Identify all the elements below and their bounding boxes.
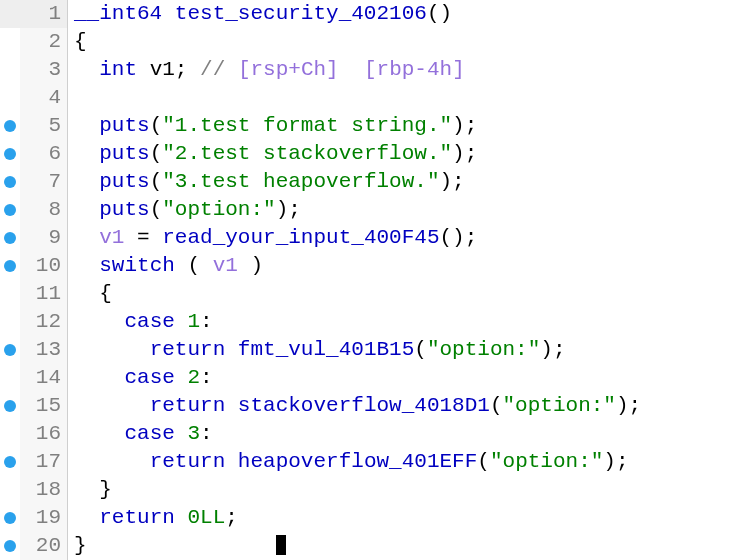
code-line: 4 [0, 84, 746, 112]
breakpoint-icon[interactable] [4, 512, 16, 524]
breakpoint-gutter[interactable] [0, 420, 20, 448]
code-text[interactable]: __int64 test_security_402106() [68, 0, 746, 28]
breakpoint-gutter[interactable] [0, 224, 20, 252]
code-line: 18 } [0, 476, 746, 504]
code-line: 20 } [0, 532, 746, 560]
line-number: 8 [20, 196, 68, 224]
breakpoint-icon[interactable] [4, 176, 16, 188]
code-text[interactable]: return stackoverflow_4018D1("option:"); [68, 392, 746, 420]
code-line: 15 return stackoverflow_4018D1("option:"… [0, 392, 746, 420]
code-line: 3 int v1; // [rsp+Ch] [rbp-4h] [0, 56, 746, 84]
line-number: 5 [20, 112, 68, 140]
code-line: 8 puts("option:"); [0, 196, 746, 224]
code-text[interactable]: case 2: [68, 364, 746, 392]
breakpoint-gutter[interactable] [0, 532, 20, 560]
breakpoint-gutter[interactable] [0, 280, 20, 308]
code-text[interactable]: int v1; // [rsp+Ch] [rbp-4h] [68, 56, 746, 84]
breakpoint-gutter[interactable] [0, 392, 20, 420]
line-number: 9 [20, 224, 68, 252]
line-number: 4 [20, 84, 68, 112]
line-number: 12 [20, 308, 68, 336]
breakpoint-gutter[interactable] [0, 196, 20, 224]
breakpoint-gutter[interactable] [0, 84, 20, 112]
code-line: 6 puts("2.test stackoverflow."); [0, 140, 746, 168]
breakpoint-gutter[interactable] [0, 168, 20, 196]
breakpoint-icon[interactable] [4, 148, 16, 160]
code-text[interactable]: puts("3.test heapoverflow."); [68, 168, 746, 196]
line-number: 2 [20, 28, 68, 56]
breakpoint-icon[interactable] [4, 456, 16, 468]
code-text[interactable]: v1 = read_your_input_400F45(); [68, 224, 746, 252]
breakpoint-gutter[interactable] [0, 448, 20, 476]
code-text[interactable]: { [68, 280, 746, 308]
code-text[interactable]: case 1: [68, 308, 746, 336]
code-text[interactable]: puts("option:"); [68, 196, 746, 224]
breakpoint-icon[interactable] [4, 344, 16, 356]
code-line: 12 case 1: [0, 308, 746, 336]
breakpoint-gutter[interactable] [0, 504, 20, 532]
code-line: 9 v1 = read_your_input_400F45(); [0, 224, 746, 252]
breakpoint-gutter[interactable] [0, 308, 20, 336]
line-number: 20 [20, 532, 68, 560]
line-number: 3 [20, 56, 68, 84]
code-text[interactable]: puts("1.test format string."); [68, 112, 746, 140]
line-number: 19 [20, 504, 68, 532]
breakpoint-gutter[interactable] [0, 140, 20, 168]
breakpoint-icon[interactable] [4, 260, 16, 272]
code-text[interactable]: switch ( v1 ) [68, 252, 746, 280]
line-number: 18 [20, 476, 68, 504]
code-line: 5 puts("1.test format string."); [0, 112, 746, 140]
line-number: 1 [20, 0, 68, 28]
code-line: 7 puts("3.test heapoverflow."); [0, 168, 746, 196]
breakpoint-icon[interactable] [4, 204, 16, 216]
line-number: 14 [20, 364, 68, 392]
line-number: 15 [20, 392, 68, 420]
breakpoint-gutter[interactable] [0, 252, 20, 280]
code-text[interactable]: } [68, 476, 746, 504]
breakpoint-icon[interactable] [4, 232, 16, 244]
line-number: 7 [20, 168, 68, 196]
code-line: 17 return heapoverflow_401EFF("option:")… [0, 448, 746, 476]
breakpoint-gutter[interactable] [0, 0, 20, 28]
code-text[interactable]: return fmt_vul_401B15("option:"); [68, 336, 746, 364]
breakpoint-icon[interactable] [4, 120, 16, 132]
code-line: 16 case 3: [0, 420, 746, 448]
line-number: 16 [20, 420, 68, 448]
code-editor[interactable]: 1 __int64 test_security_402106() 2 { 3 i… [0, 0, 746, 560]
code-text[interactable]: return 0LL; [68, 504, 746, 532]
code-text[interactable]: case 3: [68, 420, 746, 448]
breakpoint-gutter[interactable] [0, 476, 20, 504]
line-number: 13 [20, 336, 68, 364]
code-text[interactable] [68, 84, 746, 112]
line-number: 10 [20, 252, 68, 280]
code-line: 2 { [0, 28, 746, 56]
breakpoint-gutter[interactable] [0, 28, 20, 56]
breakpoint-icon[interactable] [4, 400, 16, 412]
code-text[interactable]: { [68, 28, 746, 56]
code-text[interactable]: puts("2.test stackoverflow."); [68, 140, 746, 168]
line-number: 11 [20, 280, 68, 308]
code-text[interactable]: } [68, 532, 746, 560]
text-cursor [276, 535, 286, 555]
code-text[interactable]: return heapoverflow_401EFF("option:"); [68, 448, 746, 476]
breakpoint-gutter[interactable] [0, 112, 20, 140]
breakpoint-gutter[interactable] [0, 364, 20, 392]
breakpoint-gutter[interactable] [0, 336, 20, 364]
breakpoint-icon[interactable] [4, 540, 16, 552]
line-number: 17 [20, 448, 68, 476]
code-line: 13 return fmt_vul_401B15("option:"); [0, 336, 746, 364]
line-number: 6 [20, 140, 68, 168]
code-line: 14 case 2: [0, 364, 746, 392]
code-line: 10 switch ( v1 ) [0, 252, 746, 280]
breakpoint-gutter[interactable] [0, 56, 20, 84]
code-line: 19 return 0LL; [0, 504, 746, 532]
code-line: 1 __int64 test_security_402106() [0, 0, 746, 28]
code-line: 11 { [0, 280, 746, 308]
